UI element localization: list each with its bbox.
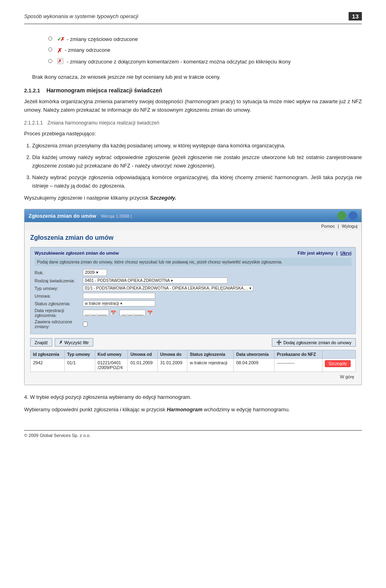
cell-status: w trakcie rejestracji — [187, 359, 234, 372]
label-umowa: Umowa: — [35, 294, 83, 298]
th-od: Umowa od — [128, 350, 158, 359]
value-rok[interactable]: 2009 ▾ — [83, 269, 107, 276]
step-2: Dla każdej umowy należy wybrać odpowiedn… — [32, 153, 362, 170]
cell-id: 2942 — [31, 359, 65, 372]
section-body1: Jeżeli komórka organizacyjna zmienia par… — [24, 98, 362, 114]
page-header: Sposób wykonania w systemie typowych ope… — [24, 12, 362, 24]
results-table: Id zgłoszenia Typ umowy Kod umowy Umowa … — [30, 350, 356, 372]
filter-active-label: Filtr jest aktywny — [298, 251, 333, 255]
form-row-status: Status zgłoszenia: w trakcie rejestracji… — [35, 300, 351, 306]
footer-text: © 2009 Global Services Sp. z o.o. — [24, 433, 90, 438]
bullet-item-cross-doc: ✗ - zmiany odrzucone z dołączonym koment… — [48, 58, 362, 66]
value-data-od[interactable]: __.__.____ — [83, 310, 109, 316]
th-action — [322, 350, 355, 359]
filter-header-left: Wyszukiwanie zgłoszeń zmian do umów — [35, 251, 119, 255]
cell-data: 08.04.2009 — [234, 359, 274, 372]
bullet-circle-1 — [48, 37, 52, 41]
table-header-row: Id zgłoszenia Typ umowy Kod umowy Umowa … — [31, 350, 356, 359]
left-buttons: Znajdź ✗ Wyczyść filtr — [30, 338, 93, 347]
inner-title: Zgłoszenia zmian do umów — [30, 234, 356, 241]
value-typ[interactable]: 01/1 - PODSTAWOWA OPIEKA ZDROWOTNA - OPI… — [83, 285, 253, 291]
value-rodzaj[interactable]: 0401 - PODSTAWOWA OPIEKA ZDROWOTNA ▾ — [83, 278, 228, 284]
section-number-left: 2.1.2.1 — [24, 88, 40, 94]
subsection-heading: 2.1.2.1.1 Zmiana harmonogramu miejsca re… — [24, 120, 362, 126]
bullet-item-cross: ✗ - zmiany odrzucone — [48, 46, 362, 55]
label-typ: Typ umowy: — [35, 286, 83, 291]
cross-icon: ✗ — [57, 46, 62, 55]
svg-text:✗: ✗ — [60, 36, 64, 42]
bottom-nav: W górę — [30, 372, 356, 381]
th-status: Status zgłoszenia — [187, 350, 234, 359]
step-1: Zgłoszenia zmian przesyłamy dla każdej p… — [32, 142, 362, 150]
step4-label: W trybie edycji pozycji zgłoszenia wybie… — [30, 394, 191, 400]
header-page-number: 13 — [349, 12, 362, 20]
step-3: Należy wybrać pozycje zgłoszenia odpowia… — [32, 174, 362, 190]
search-instruction-text: Wyszukujemy zgłoszenie i następnie klika… — [24, 195, 150, 201]
checkbox-odrzucone[interactable] — [83, 322, 88, 327]
menu-pomoc[interactable]: Pomoc — [321, 224, 335, 229]
filter-header: Wyszukiwanie zgłoszeń zmian do umów Filt… — [35, 251, 351, 255]
clear-button[interactable]: ✗ Wyczyść filtr — [55, 338, 93, 347]
label-rodzaj: Rodzaj świadczenia: — [35, 278, 83, 283]
form-row-data: Data rejestracji zgłoszenia: __.__.____ … — [35, 308, 351, 318]
form-row-odrzucone: Zawiera odrzucone zmiany: — [35, 319, 351, 329]
cross-doc-icon: ✗ — [57, 58, 67, 64]
filter-box: Wyszukiwanie zgłoszeń zmian do umów Filt… — [30, 247, 356, 334]
titlebar-controls — [337, 211, 357, 220]
filter-hide-link[interactable]: Ukryj — [340, 251, 351, 255]
section-block: 2.1.2.1 Harmonogram miejsca realizacji ś… — [24, 87, 362, 94]
search-button-label: Szczegóły. — [150, 195, 177, 201]
label-rok: Rok: — [35, 270, 83, 275]
back-to-top-link[interactable]: W górę — [340, 374, 354, 379]
value-status[interactable]: w trakcie rejestracji ▾ — [83, 300, 155, 306]
value-data-do[interactable]: __.__.____ — [119, 310, 146, 316]
filter-description: Podaj dane zgłoszenia zmian do umowy, kt… — [35, 258, 351, 266]
cell-od: 01.01.2009 — [128, 359, 158, 372]
value-umowa[interactable] — [83, 293, 155, 299]
form-row-rodzaj: Rodzaj świadczenia: 0401 - PODSTAWOWA OP… — [35, 278, 351, 284]
bullet-list: ✔ ✗ - zmiany częściowo odrzucone ✗ - zmi… — [48, 35, 362, 66]
th-kod: Kod umowy — [95, 350, 128, 359]
find-button[interactable]: Znajdź — [30, 338, 52, 347]
screenshot-inner: Zgłoszenia zmian do umów Wyszukiwanie zg… — [25, 230, 361, 385]
step4-body: Wybieramy odpowiedni punkt zgłoszenia i … — [24, 406, 362, 414]
th-przekazano: Przekazano do NFZ — [274, 350, 322, 359]
dot-green — [337, 211, 346, 220]
form-row-rok: Rok: 2009 ▾ — [35, 269, 351, 276]
dot-blue — [349, 211, 357, 220]
label-odrzucone: Zawiera odrzucone zmiany: — [35, 319, 83, 329]
subsection-title: Zmiana harmonogramu miejsca realizacji ś… — [47, 120, 159, 126]
harmonogram-label: Harmonogram — [167, 406, 203, 412]
label-status: Status zgłoszenia: — [35, 301, 83, 306]
search-instruction: Wyszukujemy zgłoszenie i następnie klika… — [24, 194, 362, 202]
cell-przekazano: ------------ — [274, 359, 322, 372]
screenshot-menu: Pomoc | Wyloguj — [25, 222, 361, 230]
szczegoly-button[interactable]: Szczegóły — [325, 360, 351, 367]
titlebar-title: Zgłoszenia zmian do umów — [29, 213, 96, 219]
cell-action: Szczegóły — [322, 359, 355, 372]
th-id: Id zgłoszenia — [31, 350, 65, 359]
step4-body-text: Wybieramy odpowiedni punkt zgłoszenia i … — [24, 406, 167, 412]
cell-do: 31.01.2009 — [158, 359, 187, 372]
step4-text: 4. W trybie edycji pozycji zgłoszenia wy… — [24, 393, 362, 402]
bullet-item-partial: ✔ ✗ - zmiany częściowo odrzucone — [48, 35, 362, 43]
bullet-circle-3 — [48, 59, 52, 63]
th-do: Umowa do — [158, 350, 187, 359]
label-data: Data rejestracji zgłoszenia: — [35, 308, 83, 318]
th-data: Data utworzenia — [234, 350, 274, 359]
section-title: Harmonogram miejsca realizacji świadczeń — [46, 87, 162, 94]
svg-text:✗: ✗ — [58, 59, 62, 63]
titlebar: Zgłoszenia zmian do umów Wersja 1.0068 | — [25, 209, 361, 222]
footer: © 2009 Global Services Sp. z o.o. — [24, 430, 362, 438]
screenshot-area: Zgłoszenia zmian do umów Wersja 1.0068 |… — [24, 209, 362, 385]
step4-body2: wchodzimy w edycję harmonogramu. — [203, 406, 290, 412]
no-icon-text: Brak ikony oznacza, że wniosek jeszcze n… — [32, 73, 362, 81]
add-button[interactable]: ➕ Dodaj zgłoszenie zmian do umowy — [272, 338, 356, 347]
menu-wyloguj[interactable]: Wyloguj — [342, 224, 357, 229]
titlebar-left: Zgłoszenia zmian do umów Wersja 1.0068 | — [29, 213, 132, 219]
cell-kod: 01221/0401/2009/POZ/4 — [95, 359, 128, 372]
header-title: Sposób wykonania w systemie typowych ope… — [24, 13, 138, 19]
steps-list: Zgłoszenia zmian przesyłamy dla każdej p… — [32, 142, 362, 190]
th-typ: Typ umowy — [64, 350, 95, 359]
buttons-row: Znajdź ✗ Wyczyść filtr ➕ Dodaj zgłoszeni… — [30, 338, 356, 347]
